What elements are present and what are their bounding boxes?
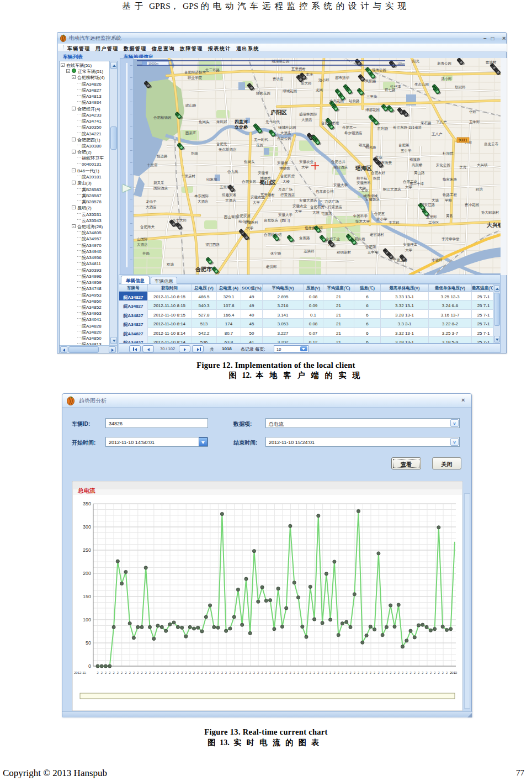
svg-text:2: 2: [382, 671, 384, 674]
svg-text:2: 2: [350, 671, 352, 674]
svg-text:2: 2: [165, 671, 167, 674]
svg-text:合肥图书馆: 合肥图书馆: [321, 121, 339, 125]
svg-text:2: 2: [117, 671, 119, 674]
svg-text:2: 2: [377, 671, 379, 674]
svg-text:大学: 大学: [253, 200, 260, 204]
svg-text:2: 2: [213, 671, 215, 674]
svg-text:2: 2: [129, 671, 131, 674]
svg-text:杏花公园: 杏花公园: [277, 136, 291, 141]
svg-text:2: 2: [101, 671, 103, 674]
svg-text:明光路: 明光路: [365, 145, 376, 150]
svg-text:50: 50: [86, 640, 91, 646]
svg-text:城市绿城: 城市绿城: [363, 194, 378, 198]
svg-text:安徽省: 安徽省: [258, 171, 269, 175]
svg-text:2: 2: [322, 671, 323, 674]
svg-text:合肥五: 合肥五: [374, 212, 385, 216]
svg-text:新兵墙: 新兵墙: [354, 237, 365, 241]
svg-text:2: 2: [434, 671, 435, 674]
svg-text:350: 350: [83, 501, 91, 506]
svg-text:希尔顿酒店: 希尔顿酒店: [344, 131, 363, 135]
svg-text:2: 2: [313, 671, 315, 674]
svg-text:2: 2: [338, 671, 339, 674]
svg-text:2: 2: [390, 671, 391, 674]
svg-text:2: 2: [301, 671, 303, 674]
svg-text:2: 2: [169, 671, 171, 674]
svg-text:2: 2: [361, 671, 363, 674]
svg-text:焦岗头: 焦岗头: [199, 120, 210, 124]
svg-text:2: 2: [217, 671, 219, 674]
svg-text:2: 2: [358, 671, 359, 674]
svg-text:五里墩村: 五里墩村: [220, 185, 234, 189]
svg-text:2: 2: [426, 671, 428, 674]
svg-text:合肥饭店: 合肥饭店: [264, 218, 279, 223]
svg-text:2: 2: [345, 671, 347, 674]
svg-text:合肥古井: 合肥古井: [331, 160, 346, 164]
svg-text:2: 2: [297, 671, 299, 674]
svg-text:2: 2: [398, 671, 400, 674]
svg-text:2: 2: [137, 671, 139, 674]
svg-text:合肥元一: 合肥元一: [342, 125, 357, 130]
svg-text:2: 2: [201, 671, 203, 674]
svg-text:2: 2: [173, 671, 175, 674]
svg-text:2: 2: [97, 671, 99, 674]
svg-text:2: 2: [177, 671, 179, 674]
svg-text:2: 2: [233, 671, 235, 674]
svg-text:2: 2: [257, 671, 259, 674]
svg-text:2: 2: [253, 671, 255, 674]
svg-text:2: 2: [185, 671, 187, 674]
svg-text:2: 2: [414, 671, 416, 674]
svg-text:300: 300: [83, 524, 91, 530]
svg-text:凤阳路: 凤阳路: [365, 79, 376, 83]
svg-text:2: 2: [438, 671, 439, 674]
svg-text:2: 2: [422, 671, 423, 674]
svg-text:隆岗花园: 隆岗花园: [256, 91, 270, 96]
svg-text:2: 2: [269, 671, 271, 674]
svg-text:大学: 大学: [246, 226, 254, 230]
svg-text:2: 2: [189, 671, 191, 674]
svg-text:2: 2: [121, 671, 123, 674]
svg-text:150: 150: [83, 594, 91, 599]
svg-text:包孝肃公祠: 包孝肃公祠: [315, 189, 334, 194]
svg-text:2: 2: [109, 671, 110, 674]
svg-text:2: 2: [205, 671, 207, 674]
svg-text:2: 2: [141, 671, 143, 674]
svg-text:2: 2: [306, 671, 307, 674]
svg-text:2: 2: [354, 671, 355, 674]
svg-text:盛瑞林国际: 盛瑞林国际: [299, 112, 317, 117]
svg-text:绿城花园: 绿城花园: [283, 89, 297, 93]
svg-text:2: 2: [237, 671, 239, 674]
svg-text:采石路: 采石路: [421, 121, 432, 125]
svg-text:博物馆: 博物馆: [260, 176, 271, 181]
svg-text:假日酒店: 假日酒店: [333, 165, 348, 170]
svg-text:2: 2: [125, 671, 126, 674]
svg-text:2: 2: [273, 671, 275, 674]
svg-text:2: 2: [161, 671, 163, 674]
svg-text:2: 2: [193, 671, 195, 674]
svg-text:2: 2: [402, 671, 403, 674]
svg-text:2: 2: [285, 671, 287, 674]
svg-text:2: 2: [386, 671, 387, 674]
svg-text:胜利路: 胜利路: [377, 126, 389, 131]
svg-text:2: 2: [410, 671, 412, 674]
svg-text:2: 2: [333, 671, 335, 674]
svg-text:2: 2: [246, 671, 247, 674]
svg-text:2: 2: [241, 671, 243, 674]
svg-text:行置酒店: 行置酒店: [280, 193, 295, 197]
svg-text:宝业: 宝业: [361, 188, 369, 192]
svg-text:大酒店: 大酒店: [301, 118, 312, 122]
svg-text:安徽医科: 安徽医科: [244, 220, 259, 225]
svg-text:2: 2: [149, 671, 151, 674]
svg-text:2: 2: [157, 671, 159, 674]
svg-text:西山警区: 西山警区: [224, 215, 239, 219]
svg-text:2: 2: [406, 671, 407, 674]
svg-text:2: 2: [265, 671, 267, 674]
svg-text:2: 2: [418, 671, 419, 674]
svg-text:2: 2: [289, 671, 291, 674]
svg-text:2: 2: [394, 671, 396, 674]
svg-text:里小学: 里小学: [376, 217, 387, 221]
svg-text:万达广场: 万达广场: [278, 187, 292, 192]
svg-text:2: 2: [145, 671, 147, 674]
svg-text:2: 2: [281, 671, 283, 674]
svg-text:和平苑: 和平苑: [356, 176, 368, 181]
svg-text:250: 250: [83, 547, 91, 553]
